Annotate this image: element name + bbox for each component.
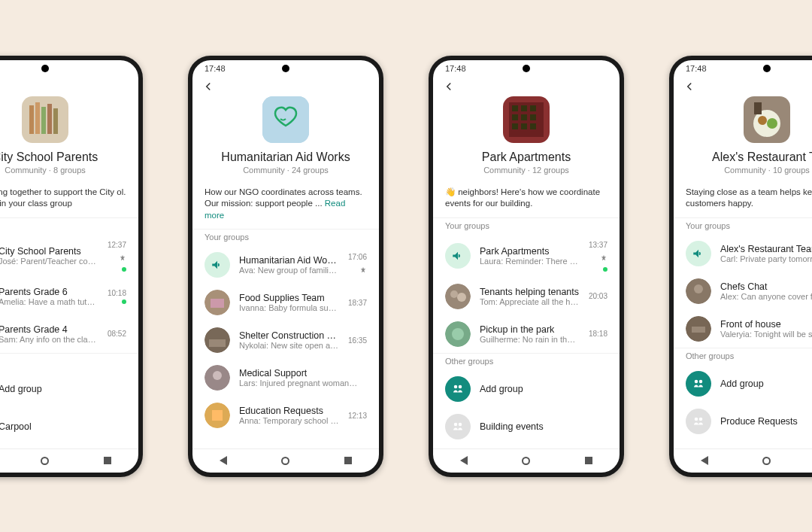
svg-point-42 [459,385,462,388]
status-time: 17:48 [205,64,226,73]
svg-rect-4 [47,104,52,134]
svg-rect-32 [530,114,536,120]
community-description: How our NGO coordinates across teams. Ou… [192,182,379,230]
svg-rect-34 [521,123,527,129]
nav-recents-icon[interactable] [585,457,592,464]
svg-rect-33 [512,123,518,129]
community-subtitle: Community · 10 groups [724,166,810,175]
nav-recents-icon[interactable] [104,457,111,464]
svg-point-22 [213,371,222,380]
community-title: Alex's Restaurant Te [712,150,812,164]
group-time: 17:06 [348,253,367,261]
group-message: Alex: Can anyone cover for me... [720,292,812,301]
svg-rect-3 [41,107,46,134]
group-row[interactable]: Parents Grade 4Sam: Any info on the clas… [0,315,138,353]
community-header[interactable]: Alex's Restaurant Te Community · 10 grou… [674,99,812,182]
group-row[interactable]: Tenants helping tenantsTom: Appreciate a… [433,278,620,315]
group-row[interactable]: Medical SupportLars: Injured pregnant wo… [192,359,379,397]
group-message: Valeryia: Tonight will be spec... [720,330,812,339]
group-row[interactable]: Food Supplies TeamIvanna: Baby formula s… [192,284,379,321]
status-bar: 17:48 [433,60,620,77]
nav-recents-icon[interactable] [344,457,352,464]
community-description: Staying close as a team helps keep custo… [674,182,812,217]
community-description: 👋 neighbors! Here's how we coordinate ev… [433,182,620,217]
status-time: 17:48 [686,64,707,73]
join-group-row[interactable]: Building events [433,408,620,445]
nav-back-icon[interactable] [701,456,708,465]
group-time: 12:13 [348,412,367,420]
add-group-row[interactable]: Add group [433,370,620,408]
group-title: Building events [480,421,607,432]
add-group-icon [686,371,711,397]
svg-point-56 [695,417,698,421]
group-avatar [686,278,711,304]
top-bar [0,77,138,99]
svg-point-51 [694,284,703,293]
community-title: Humanitarian Aid Works [221,150,350,164]
community-header[interactable]: Park Apartments Community · 12 groups [433,99,620,182]
group-row[interactable]: Parents Grade 6Amelia: Have a math tutor… [0,278,138,315]
group-avatar [205,365,230,391]
community-header[interactable]: City School Parents Community · 8 groups [0,99,138,182]
community-header[interactable]: Humanitarian Aid Works Community · 24 gr… [192,99,379,182]
group-message: Laura: Reminder: There will be... [480,257,580,266]
back-icon[interactable] [201,80,215,96]
announcement-icon [445,243,471,269]
group-title: Education Requests [239,406,339,416]
group-time: 20:03 [589,292,607,300]
join-group-icon [686,409,711,434]
group-avatar [445,321,471,347]
android-nav-bar [433,448,620,473]
group-row[interactable]: Education RequestsAnna: Temporary school… [192,397,379,434]
add-group-row[interactable]: Add group [674,365,812,403]
add-group-row[interactable]: Add group [0,370,138,408]
svg-rect-20 [209,339,226,347]
android-nav-bar [0,448,138,473]
section-other-groups: Other groups [674,348,812,365]
group-row[interactable]: Front of houseValeryia: Tonight will be … [674,310,812,348]
group-title: Pickup in the park [480,324,580,335]
svg-point-48 [767,118,777,129]
group-title: Food Supplies Team [239,293,339,303]
join-group-row[interactable]: Carpool [0,408,138,445]
nav-home-icon[interactable] [762,457,771,465]
group-message: Carl: Private party tomorrow in... [720,254,812,263]
nav-home-icon[interactable] [522,457,530,465]
svg-point-40 [452,328,464,340]
group-time: 12:37 [108,241,126,249]
nav-back-icon[interactable] [220,456,227,465]
nav-home-icon[interactable] [281,457,289,465]
group-message: Amelia: Have a math tutor for the... [0,297,98,306]
group-row[interactable]: Chefs ChatAlex: Can anyone cover for me.… [674,272,812,310]
section-other-groups: Other groups [433,353,620,370]
group-avatar [686,316,711,342]
group-row[interactable]: Alex's Restaurant TeamCarl: Private part… [674,235,812,272]
nav-home-icon[interactable] [41,457,49,465]
group-time: 08:52 [108,330,126,338]
group-row[interactable]: City School ParentsJosé: Parent/Teacher … [0,235,138,278]
group-list: City School ParentsJosé: Parent/Teacher … [0,235,138,448]
group-row[interactable]: Pickup in the parkGuilherme: No rain in … [433,315,620,353]
svg-point-54 [695,379,698,383]
group-time: 10:18 [108,289,126,297]
back-icon[interactable] [442,80,456,96]
community-avatar [262,96,309,143]
group-title: Add group [0,384,126,394]
svg-rect-53 [692,327,705,333]
back-icon[interactable] [683,80,696,96]
group-message: Tom: Appreciate all the help! [480,297,580,306]
group-title: Chefs Chat [720,281,812,292]
section-your-groups: Your groups [192,229,379,246]
group-row[interactable]: Park ApartmentsLaura: Reminder: There wi… [433,235,620,278]
svg-point-37 [450,290,458,298]
community-description: nts working together to support the City… [0,182,138,217]
nav-back-icon[interactable] [460,456,468,465]
join-group-row[interactable]: Produce Requests [674,403,812,440]
group-row[interactable]: Shelter Construction TeamNykolai: New si… [192,321,379,359]
section-other-groups: roups [0,353,138,370]
community-subtitle: Community · 8 groups [5,166,86,175]
group-row[interactable]: Humanitarian Aid WorksAva: New group of … [192,246,379,284]
community-title: Park Apartments [482,150,571,164]
group-avatar [205,290,230,315]
group-title: Front of house [720,319,812,330]
